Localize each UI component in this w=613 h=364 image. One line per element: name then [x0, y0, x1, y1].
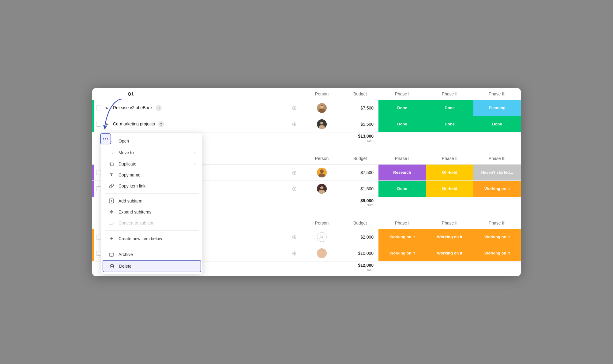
- row-add-icon-6[interactable]: ⊕: [287, 250, 302, 257]
- row-phase3-3: Haven't started...: [473, 165, 521, 180]
- row-budget-4: $1,500: [342, 186, 378, 191]
- column-headers-group1: Q1 Person Budget Phase I Phase II Phase …: [103, 88, 521, 100]
- row-person-1: [302, 103, 342, 113]
- phase3-badge-4: Working on it: [473, 181, 521, 197]
- row-phase1-2: Done: [378, 116, 426, 132]
- row-phase2-5: Working on it: [426, 229, 473, 245]
- table-row: ▶ Co-marketing projects 2 ⊕: [92, 116, 521, 132]
- menu-item-create-new-label: Create new item below: [118, 236, 162, 241]
- row-person-4: [302, 184, 342, 194]
- phase1-badge-2: Done: [378, 116, 426, 132]
- row-add-icon-3[interactable]: ⊕: [287, 169, 302, 176]
- menu-item-copy-link-label: Copy item link: [118, 184, 145, 188]
- budget-header-label-3: Budget: [353, 221, 367, 225]
- row-phase3-1: Planning: [473, 100, 521, 116]
- row-phase2-2: Done: [426, 116, 473, 132]
- menu-item-move-to[interactable]: → Move to ›: [103, 147, 201, 158]
- phase3-badge-1: Planning: [473, 100, 521, 116]
- move-to-icon: →: [108, 150, 115, 155]
- avatar-6: [317, 248, 327, 258]
- group1-title: Q1: [103, 91, 134, 96]
- row-add-icon-2[interactable]: ⊕: [287, 121, 302, 128]
- phase1-badge-6: Working on it: [378, 245, 426, 261]
- phase2-badge-6: Working on it: [426, 245, 473, 261]
- row-phase3-6: Working on it: [473, 245, 521, 261]
- checkbox-5[interactable]: [96, 235, 101, 240]
- convert-subitem-arrow: ›: [194, 221, 196, 225]
- col-phase2-header: Phase II: [426, 91, 473, 97]
- person-header-label-2: Person: [315, 156, 329, 161]
- col-phase2-header-2: Phase II: [426, 156, 473, 161]
- menu-item-duplicate[interactable]: Duplicate ›: [103, 158, 201, 169]
- row-budget-1: $7,500: [342, 106, 378, 110]
- svg-point-15: [321, 235, 323, 237]
- avatar-3: [317, 168, 327, 177]
- menu-item-delete-label: Delete: [119, 264, 131, 269]
- col-phase3-header: Phase III: [473, 91, 521, 97]
- col-budget-header: Budget: [342, 91, 378, 97]
- checkbox-3[interactable]: [96, 170, 101, 175]
- row-name-2: Co-marketing projects 2: [111, 121, 287, 127]
- row-phase1-5: Working on it: [378, 229, 426, 245]
- menu-item-create-new[interactable]: + Create new item below: [103, 232, 201, 245]
- row-phase2-1: Done: [426, 100, 473, 116]
- avatar-2: [317, 119, 327, 129]
- context-menu: ↗ Open → Move to › Duplicate › T Copy na…: [101, 133, 202, 274]
- svg-rect-21: [111, 163, 113, 166]
- phase2-header-label-2: Phase II: [442, 156, 457, 161]
- phase2-header-label: Phase II: [442, 91, 457, 96]
- sum-value-2: $9,000 sum: [342, 198, 378, 207]
- phase1-badge-3: Research: [378, 165, 426, 180]
- svg-point-10: [321, 171, 322, 171]
- phase3-header-label: Phase III: [489, 91, 506, 96]
- menu-divider-3: [105, 247, 199, 247]
- menu-item-expand-subitems-label: Expand subitems: [118, 210, 151, 214]
- row-add-icon-5[interactable]: ⊕: [287, 233, 302, 241]
- svg-point-11: [322, 171, 323, 171]
- move-to-arrow: ›: [194, 150, 196, 155]
- phase2-badge-1: Done: [426, 100, 473, 116]
- phase2-badge-2: Done: [426, 116, 473, 132]
- menu-item-expand-subitems[interactable]: Expand subitems: [103, 206, 201, 217]
- col-phase3-header-3: Phase III: [473, 220, 521, 226]
- row-budget-6: $10,000: [342, 251, 378, 256]
- row-phase1-4: Done: [378, 181, 426, 197]
- row-phase2-3: On-hold: [426, 165, 473, 180]
- avatar-4: [317, 184, 327, 194]
- arrow-annotation: [100, 96, 128, 140]
- phase1-badge-4: Done: [378, 181, 426, 197]
- row-budget-5: $2,000: [342, 235, 378, 240]
- row-add-icon-4[interactable]: ⊕: [287, 185, 302, 192]
- phase3-header-label-3: Phase III: [489, 221, 506, 225]
- row-add-icon-1[interactable]: ⊕: [287, 104, 302, 112]
- col-person-header-2: Person: [302, 156, 342, 161]
- avatar-placeholder-5: [317, 232, 327, 242]
- col-phase2-header-3: Phase II: [426, 220, 473, 226]
- phase1-badge-1: Done: [378, 100, 426, 116]
- col-phase1-header-2: Phase I: [378, 156, 426, 161]
- row-phase3-5: Working on it: [473, 229, 521, 245]
- col-phase3-header-2: Phase III: [473, 156, 521, 161]
- row-badge-1: 3: [156, 105, 162, 111]
- menu-item-delete[interactable]: Delete: [103, 260, 201, 272]
- budget-header-label: Budget: [353, 91, 367, 96]
- menu-item-add-subitem[interactable]: Add subitem: [103, 195, 201, 206]
- menu-item-archive[interactable]: Archive: [103, 249, 201, 260]
- copy-name-icon: T: [108, 173, 115, 177]
- row-person-3: [302, 168, 342, 177]
- svg-point-8: [320, 169, 324, 173]
- phase1-header-label: Phase I: [395, 91, 409, 96]
- convert-subitem-icon: [108, 221, 115, 225]
- menu-item-add-subitem-label: Add subitem: [118, 199, 142, 203]
- checkbox-4[interactable]: [96, 186, 101, 191]
- row-phase3-4: Working on it: [473, 181, 521, 197]
- archive-icon: [108, 252, 115, 257]
- menu-item-copy-name[interactable]: T Copy name: [103, 169, 201, 180]
- svg-point-19: [321, 252, 322, 252]
- phase2-badge-3: On-hold: [426, 165, 473, 180]
- svg-point-2: [318, 109, 325, 113]
- checkbox-6[interactable]: [96, 251, 101, 256]
- row-budget-2: $5,500: [342, 122, 378, 127]
- duplicate-arrow: ›: [194, 162, 196, 166]
- menu-item-copy-link[interactable]: Copy item link: [103, 180, 201, 191]
